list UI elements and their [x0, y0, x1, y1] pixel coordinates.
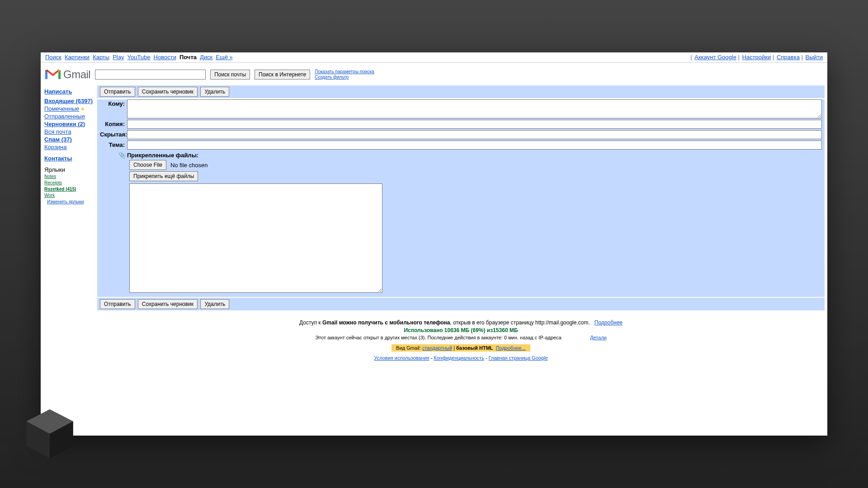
header: Gmail Поиск почты Поиск в Интернете Пока…	[41, 63, 827, 85]
google-bar-right: | Аккаунт Google | Настройки | Справка |…	[690, 54, 823, 61]
send-button[interactable]: Отправить	[100, 87, 135, 97]
save-draft-button-bottom[interactable]: Сохранить черновик	[138, 299, 198, 309]
folder-4[interactable]: Вся почта	[44, 128, 71, 135]
view-standard-link[interactable]: стандартный	[422, 345, 452, 351]
details-link[interactable]: Детали	[590, 335, 607, 340]
message-body-input[interactable]	[129, 183, 382, 293]
compose-form: Кому: Копия: Скрытая: Тема: 📎 При	[97, 99, 825, 297]
create-filter-link[interactable]: Создать фильтр	[315, 75, 374, 80]
contacts-link[interactable]: Контакты	[44, 155, 72, 162]
delete-button-bottom[interactable]: Удалить	[200, 299, 229, 309]
label-1[interactable]: Receipts	[44, 180, 62, 185]
view-prefix: Вид Gmail:	[396, 345, 422, 351]
label-3[interactable]: Work	[44, 193, 55, 198]
subject-label: Тема:	[100, 141, 127, 148]
search-mail-button[interactable]: Поиск почты	[210, 70, 250, 80]
gmail-logo: Gmail	[45, 68, 90, 81]
view-mode-bar: Вид Gmail: стандартный | базовый HTML По…	[392, 344, 530, 352]
nav-почта: Почта	[179, 54, 197, 61]
toolbar-bottom: Отправить Сохранить черновик Удалить	[97, 298, 825, 310]
folder-list: Входящие (6397)Помеченные ★ОтправленныеЧ…	[44, 98, 95, 150]
folder-2[interactable]: Отправленные	[44, 113, 85, 120]
terms-link[interactable]: Условия использования	[374, 355, 429, 361]
folder-5[interactable]: Спам (37)	[44, 136, 72, 143]
search-web-button[interactable]: Поиск в Интернете	[255, 70, 310, 80]
nav-ещё »[interactable]: Ещё »	[216, 54, 232, 61]
mobile-prefix: Доступ к	[299, 319, 322, 326]
edit-labels-link[interactable]: Изменить ярлыки	[47, 199, 84, 204]
labels-list: NotesReceiptsRozetked (415)WorkИзменить …	[44, 173, 95, 205]
choose-file-button[interactable]: Choose File	[129, 160, 166, 170]
sidebar: Написать Входящие (6397)Помеченные ★Отпр…	[41, 85, 97, 361]
to-input[interactable]	[127, 99, 822, 118]
google-home-link[interactable]: Главная страница Google	[489, 355, 548, 361]
delete-button[interactable]: Удалить	[200, 87, 229, 97]
nav-right-2[interactable]: Справка	[777, 54, 800, 61]
labels-heading: Ярлыки	[44, 166, 95, 173]
storage-text: Использовано 10636 МБ (69%) из15360 МБ	[97, 327, 825, 333]
label-2[interactable]: Rozetked (415)	[44, 187, 76, 192]
cc-input[interactable]	[127, 120, 822, 129]
view-basic-label: базовый HTML	[456, 345, 493, 351]
sessions-text: Этот аккаунт сейчас открыт в других мест…	[315, 335, 561, 340]
show-search-params-link[interactable]: Показать параметры поиска	[315, 69, 374, 75]
star-icon: ★	[79, 106, 85, 112]
app-window: ПоискКартинкиКартыPlayYouTubeНовостиПочт…	[41, 52, 827, 436]
bcc-label: Скрытая:	[100, 130, 127, 138]
bcc-input[interactable]	[127, 130, 822, 139]
send-button-bottom[interactable]: Отправить	[100, 299, 135, 309]
toolbar-top: Отправить Сохранить черновик Удалить	[97, 85, 825, 98]
nav-поиск[interactable]: Поиск	[45, 54, 61, 61]
folder-6[interactable]: Корзина	[44, 144, 67, 150]
watermark-hex-icon	[23, 407, 77, 461]
paperclip-icon: 📎	[118, 152, 126, 159]
nav-диск[interactable]: Диск	[200, 54, 212, 61]
mobile-bold: Gmail можно получить с мобильного телефо…	[322, 319, 450, 326]
folder-0[interactable]: Входящие (6397)	[44, 98, 93, 104]
google-bar: ПоискКартинкиКартыPlayYouTubeНовостиПочт…	[41, 52, 827, 63]
nav-картинки[interactable]: Картинки	[65, 54, 90, 61]
nav-карты[interactable]: Карты	[93, 54, 109, 61]
attach-more-button[interactable]: Прикрепить ещё файлы	[129, 171, 198, 181]
label-0[interactable]: Notes	[44, 174, 56, 179]
nav-play[interactable]: Play	[113, 54, 124, 61]
nav-right-1[interactable]: Настройки	[742, 54, 771, 61]
mobile-more-link[interactable]: Подробнее	[594, 319, 623, 326]
nav-right-3[interactable]: Выйти	[806, 54, 823, 61]
gmail-m-icon	[45, 69, 61, 80]
nav-youtube[interactable]: YouTube	[127, 54, 150, 61]
to-label: Кому:	[100, 99, 127, 107]
save-draft-button[interactable]: Сохранить черновик	[138, 87, 198, 97]
view-more-link[interactable]: Подробнее...	[496, 345, 526, 351]
compose-link[interactable]: Написать	[44, 88, 72, 95]
subject-input[interactable]	[127, 141, 822, 150]
file-status: No file chosen	[170, 162, 208, 169]
search-options-links: Показать параметры поиска Создать фильтр	[315, 69, 374, 80]
cc-label: Копия:	[100, 120, 127, 127]
privacy-link[interactable]: Конфиденциальность	[434, 355, 484, 361]
gmail-wordmark: Gmail	[63, 68, 90, 81]
folder-1[interactable]: Помеченные	[44, 105, 79, 112]
google-bar-left: ПоискКартинкиКартыPlayYouTubeНовостиПочт…	[45, 54, 236, 61]
search-input[interactable]	[95, 70, 206, 80]
mobile-suffix: , открыв в его браузере страницу http://…	[450, 319, 590, 326]
body: Написать Входящие (6397)Помеченные ★Отпр…	[41, 85, 827, 361]
nav-новости[interactable]: Новости	[154, 54, 176, 61]
nav-right-0[interactable]: Аккаунт Google	[694, 54, 736, 61]
folder-3[interactable]: Черновики (2)	[44, 121, 85, 127]
footer: Доступ к Gmail можно получить с мобильно…	[97, 319, 825, 361]
attachments-label: Прикрепленные файлы:	[127, 152, 198, 159]
main: Отправить Сохранить черновик Удалить Ком…	[97, 85, 827, 361]
